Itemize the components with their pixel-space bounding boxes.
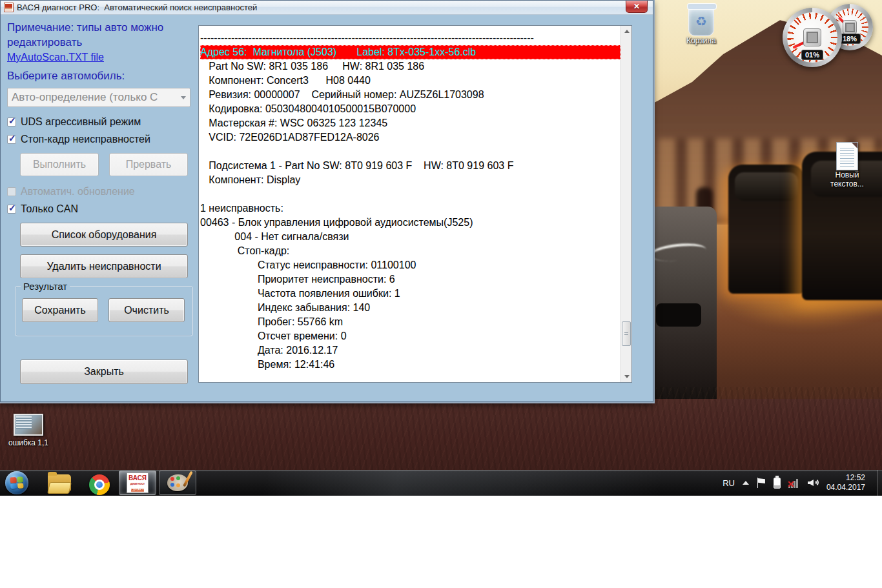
output-line[interactable]: Частота появления ошибки: 1: [200, 287, 620, 301]
diagnostic-output: ----------------------------------------…: [198, 25, 632, 383]
volume-icon[interactable]: [808, 478, 819, 488]
run-button[interactable]: Выполнить: [20, 153, 99, 176]
windows-logo-icon: [10, 476, 23, 489]
output-line[interactable]: Part No SW: 8R1 035 186 HW: 8R1 035 186: [200, 59, 620, 74]
app-icon: [4, 3, 14, 12]
output-line[interactable]: Подсистема 1 - Part No SW: 8T0 919 603 F…: [200, 159, 620, 173]
save-button[interactable]: Сохранить: [22, 298, 98, 322]
output-line[interactable]: Компонент: Concert3 H08 0440: [200, 74, 620, 88]
output-text[interactable]: ----------------------------------------…: [199, 26, 620, 382]
output-line[interactable]: Компонент: Display: [200, 173, 620, 187]
checkbox-uds-label: UDS агрессивный режим: [21, 116, 141, 128]
output-line[interactable]: Мастерская #: WSC 06325 123 12345: [200, 116, 620, 130]
checkbox-auto-label: Автоматич. обновление: [21, 186, 135, 198]
paint-taskbar-button[interactable]: [159, 471, 196, 495]
network-icon[interactable]: ✕: [788, 478, 800, 488]
clock-time: 12:52: [826, 473, 865, 483]
screen: ♻ Корзина 18% 01% Новый текстов... ошибк…: [0, 0, 882, 588]
note-text: Примечание: типы авто можно редактироват…: [7, 20, 188, 50]
app-window: ВАСЯ диагност PRO: Автоматический поиск …: [0, 0, 653, 402]
scrollbar-thumb[interactable]: [622, 321, 631, 346]
scroll-up-icon[interactable]: [621, 26, 632, 37]
paint-palette-icon: [167, 474, 188, 491]
error-file-label: ошибка 1,1: [8, 438, 49, 447]
output-line[interactable]: Отсчет времени: 0: [200, 329, 620, 343]
myautoscan-link[interactable]: MyAutoScan.TXT file: [7, 52, 104, 63]
new-doc-label-line2: текстов...: [828, 179, 866, 188]
recycle-bin-glyph: ♻: [688, 5, 714, 36]
recycle-bin-label: Корзина: [683, 36, 719, 45]
output-line[interactable]: 1 неисправность:: [200, 201, 620, 216]
output-line[interactable]: Кодировка: 0503048004010500015B070000: [200, 102, 620, 116]
explorer-taskbar-icon[interactable]: [48, 474, 72, 494]
checkbox-auto-update[interactable]: ✓ Автоматич. обновление: [7, 186, 196, 198]
output-line[interactable]: 00463 - Блок управления цифровой аудиоси…: [200, 216, 620, 230]
output-line[interactable]: 004 - Нет сигнала/связи: [200, 230, 620, 244]
checkbox-can-label: Только CAN: [21, 203, 78, 215]
output-line[interactable]: Пробег: 55766 km: [200, 315, 620, 329]
new-doc-label-line1: Новый: [828, 170, 866, 179]
output-line[interactable]: [200, 187, 620, 201]
output-line[interactable]: Время: 12:41:46: [200, 358, 620, 372]
error-thumbnail: [14, 414, 43, 436]
language-indicator[interactable]: RU: [723, 478, 735, 488]
select-car-label: Выберите автомобиль:: [7, 70, 196, 83]
result-group-label: Результат: [21, 281, 70, 292]
cpu-chip-icon: [803, 28, 821, 46]
abort-button[interactable]: Прервать: [109, 153, 188, 176]
clock-date: 04.04.2017: [826, 483, 865, 492]
screenshot-padding: [0, 496, 882, 588]
checkbox-freeze-frame[interactable]: ✓ Стоп-кадр неисправностей: [7, 134, 196, 145]
equipment-list-button[interactable]: Список оборудования: [20, 223, 188, 247]
system-tray: RU ✕ 12:52 04.04.2017: [723, 470, 865, 496]
window-title: ВАСЯ диагност PRO: Автоматический поиск …: [17, 3, 257, 12]
checkbox-box[interactable]: ✓: [7, 117, 16, 127]
checkbox-can-only[interactable]: ✓ Только CAN: [7, 203, 196, 215]
output-line[interactable]: Статус неисправности: 01100100: [200, 258, 620, 272]
output-line[interactable]: Дата: 2016.12.17: [200, 343, 620, 358]
car-select-dropdown[interactable]: Авто-определение (только C: [7, 88, 190, 107]
taskbar: ВАСЯ диагност СДЕЛАНО В РОССИИ RU ✕: [0, 470, 882, 496]
output-line[interactable]: Приоритет неисправности: 6: [200, 272, 620, 287]
car-headlight: [649, 241, 707, 263]
output-scrollbar[interactable]: [620, 26, 631, 382]
output-line[interactable]: Индекс забывания: 140: [200, 301, 620, 315]
checkbox-freeze-label: Стоп-кадр неисправностей: [21, 134, 150, 145]
close-window-button[interactable]: ✕: [626, 1, 648, 13]
checkbox-box[interactable]: ✓: [7, 205, 16, 214]
cpu-gauge-gadget[interactable]: 01%: [783, 8, 842, 67]
control-panel: Примечание: типы авто можно редактироват…: [7, 20, 196, 395]
text-file-glyph: [836, 142, 858, 170]
scroll-down-icon[interactable]: [621, 371, 632, 382]
output-line[interactable]: Ревизия: 00000007 Серийный номер: AUZ5Z6…: [200, 88, 620, 102]
show-desktop-button[interactable]: [877, 470, 882, 496]
wallpaper-car-middle: [728, 165, 805, 294]
car-select-value: Авто-определение (только C: [12, 91, 158, 104]
taskbar-clock[interactable]: 12:52 04.04.2017: [826, 473, 865, 492]
vasya-taskbar-button[interactable]: ВАСЯ диагност СДЕЛАНО В РОССИИ: [119, 471, 156, 495]
recycle-bin-icon[interactable]: ♻ Корзина: [683, 5, 719, 45]
chevron-down-icon: [181, 96, 186, 99]
result-group: Результат Сохранить Очистить: [15, 286, 193, 336]
checkbox-box[interactable]: ✓: [7, 187, 16, 196]
new-text-document-icon[interactable]: Новый текстов...: [828, 142, 866, 188]
chrome-taskbar-icon[interactable]: [89, 474, 110, 495]
error-screenshot-icon[interactable]: ошибка 1,1: [8, 414, 49, 447]
output-line[interactable]: VCID: 72E026D1AD87FED12A-8026: [200, 130, 620, 145]
checkbox-uds-mode[interactable]: ✓ UDS агрессивный режим: [7, 116, 196, 128]
clear-button[interactable]: Очистить: [108, 298, 185, 322]
cpu-percent: 01%: [801, 50, 823, 60]
delete-faults-button[interactable]: Удалить неисправности: [20, 254, 188, 278]
output-line[interactable]: ----------------------------------------…: [200, 31, 620, 45]
battery-icon[interactable]: [774, 478, 781, 489]
output-line[interactable]: [200, 145, 620, 159]
action-center-icon[interactable]: [757, 478, 766, 488]
close-button[interactable]: Закрыть: [20, 360, 188, 384]
show-hidden-icons-button[interactable]: [743, 481, 749, 485]
title-bar[interactable]: ВАСЯ диагност PRO: Автоматический поиск …: [1, 1, 653, 15]
car-grille: [656, 303, 701, 327]
start-button[interactable]: [5, 471, 28, 494]
output-line-highlight[interactable]: Адрес 56: Магнитола (J503) Label: 8Tx-03…: [200, 45, 620, 59]
output-line[interactable]: Стоп-кадр:: [200, 244, 620, 258]
checkbox-box[interactable]: ✓: [7, 135, 16, 144]
